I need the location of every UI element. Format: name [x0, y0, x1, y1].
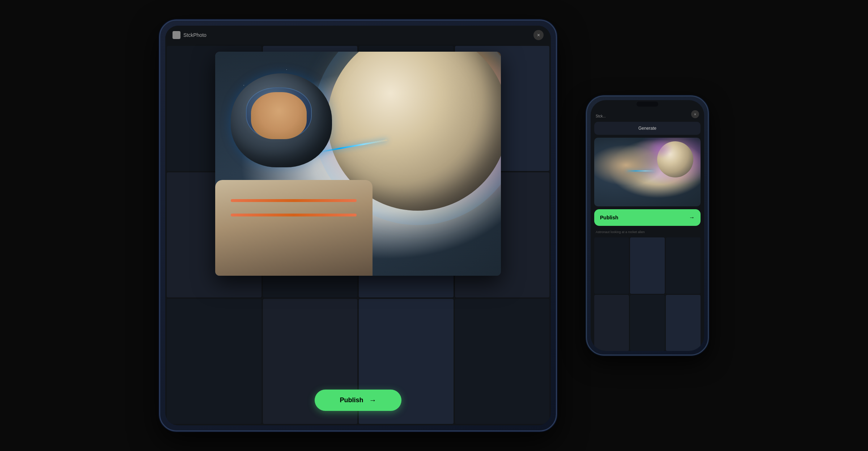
phone-generate-label: Generate — [638, 126, 656, 131]
astronaut-face — [251, 92, 307, 139]
phone-energy-beam — [626, 171, 655, 171]
phone-caption-text: Astronaut looking at a rocket alien — [596, 230, 645, 234]
phone-grid-cell-5 — [630, 295, 665, 351]
phone-close-button[interactable]: × — [691, 110, 699, 118]
phone-grid-cell-4 — [594, 295, 629, 351]
tablet-main-image — [215, 52, 501, 276]
phone-screen: Stck... × Generate — [591, 100, 704, 351]
bg-cell-9 — [167, 299, 261, 424]
tablet-publish-button[interactable]: Publish → — [315, 390, 401, 411]
tablet-close-button[interactable]: × — [533, 30, 544, 40]
phone-notch-pill — [637, 102, 658, 107]
tablet-logo-icon — [173, 31, 180, 39]
astronaut-image-bg — [215, 52, 501, 276]
phone-grid-cell-2 — [630, 237, 665, 294]
phone-notch — [633, 100, 662, 108]
phone-caption: Astronaut looking at a rocket alien — [594, 228, 701, 235]
phone-publish-button[interactable]: Publish → — [594, 209, 701, 226]
phone-logo-text: Stck... — [596, 114, 606, 118]
phone-nebula — [650, 139, 672, 158]
tablet-topbar: StckPhoto × — [165, 26, 551, 44]
suit-stripe-1 — [231, 199, 357, 202]
phone-device: Stck... × Generate — [586, 95, 709, 356]
phone-generate-bar: Generate — [594, 122, 701, 135]
tablet-logo: StckPhoto — [173, 31, 207, 39]
phone-publish-arrow: → — [689, 214, 695, 221]
tablet-content: Publish → — [165, 44, 551, 425]
phone-grid-cell-6 — [666, 295, 701, 351]
tablet-screen: StckPhoto × — [165, 26, 551, 425]
phone-main-image — [594, 138, 701, 206]
astronaut-helmet — [231, 73, 332, 167]
tablet-publish-label: Publish — [340, 396, 363, 404]
bg-cell-12 — [455, 299, 550, 424]
tablet-logo-text: StckPhoto — [183, 32, 207, 38]
scene: StckPhoto × — [0, 0, 868, 451]
astronaut-figure — [215, 63, 373, 276]
phone-publish-label: Publish — [600, 215, 618, 220]
phone-content: Generate Publish → — [591, 122, 704, 351]
tablet-publish-arrow: → — [369, 396, 376, 404]
phone-grid-cell-3 — [666, 237, 701, 294]
tablet-device: StckPhoto × — [159, 20, 557, 431]
suit-body — [215, 180, 373, 276]
phone-bottom-grid — [594, 237, 701, 351]
suit-stripe-2 — [231, 214, 357, 216]
phone-grid-cell-1 — [594, 237, 629, 294]
